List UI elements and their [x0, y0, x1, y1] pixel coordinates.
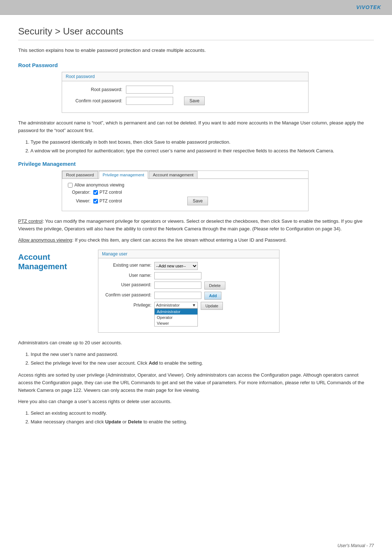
intro-text: This section explains how to enable pass…: [18, 47, 374, 54]
account-desc-list-item3: 1. Select an existing account to modify.: [25, 409, 374, 417]
account-desc-para2: Here you also can change a user’s access…: [18, 398, 374, 406]
anon-label: Allow anonymous viewing: [18, 237, 72, 243]
privilege-select-display[interactable]: Administrator ▼: [154, 302, 198, 308]
user-password-input-col: Delete: [154, 282, 274, 290]
privilege-heading: Privilege Management: [18, 161, 374, 167]
ptc-label: PTZ control: [18, 218, 42, 224]
user-name-label: User name:: [103, 272, 154, 278]
user-name-row: User name:: [103, 272, 274, 279]
viewer-ptz-checkbox[interactable]: [93, 199, 98, 204]
user-name-input[interactable]: [154, 272, 201, 279]
root-save-button[interactable]: Save: [184, 97, 205, 105]
root-desc-list: 1. Type the password identically in both…: [25, 138, 374, 155]
privilege-panel: Root password Privilege management Accou…: [62, 171, 309, 211]
add-button[interactable]: Add: [204, 292, 221, 300]
viewer-ptz-label: PTZ control: [99, 198, 122, 204]
account-desc-line1: Administrators can create up to 20 user …: [18, 339, 374, 347]
tab-account-management[interactable]: Account management: [149, 171, 197, 178]
privilege-description: PTZ control: You can modify the manageme…: [18, 218, 374, 244]
privilege-option-operator[interactable]: Operator: [155, 315, 197, 320]
page-title: Security > User accounts: [18, 26, 374, 40]
root-password-input[interactable]: [126, 86, 173, 94]
confirm-user-password-input-col: Add: [154, 292, 274, 300]
footer: User's Manual - 77: [338, 543, 374, 548]
privilege-select-row: Administrator ▼: [154, 302, 198, 308]
root-password-label: Root password:: [68, 87, 126, 92]
anon-para2: : If you check this item, any client can…: [72, 237, 287, 243]
manage-panel-title: Manage user: [98, 250, 279, 258]
operator-label: Operator:: [68, 190, 93, 195]
root-password-panel: Root password Root password: Confirm roo…: [62, 72, 309, 113]
root-desc-para1: The administrator account name is “root”…: [18, 119, 374, 135]
privilege-option-administrator[interactable]: Administrator: [155, 309, 197, 315]
root-password-row: Root password:: [68, 86, 302, 94]
delete-button[interactable]: Delete: [204, 282, 225, 290]
existing-user-select[interactable]: --Add new user--: [154, 262, 198, 270]
account-desc-para1: Access rights are sorted by user privile…: [18, 372, 374, 394]
privilege-label: Privilege:: [103, 302, 154, 308]
confirm-user-password-label: Confirm user password:: [103, 292, 154, 297]
account-desc-list-item4: 2. Make necessary changes and click Upda…: [25, 418, 374, 426]
root-password-heading: Root Password: [18, 62, 374, 68]
privilege-save-button[interactable]: Save: [187, 197, 208, 205]
viewer-label: Viewer:: [68, 198, 93, 204]
user-password-row: User password: Delete: [103, 282, 274, 290]
main-content: Security > User accounts This section ex…: [0, 15, 392, 446]
privilege-dropdown-area: Administrator ▼ Administrator Operator V…: [154, 302, 198, 327]
header-bar: VIVOTEK: [0, 0, 392, 15]
account-desc-list2: 1. Select an existing account to modify.…: [25, 409, 374, 426]
user-password-input[interactable]: [154, 282, 201, 289]
manage-user-panel: Manage user Existing user name: --Add ne…: [98, 250, 279, 333]
account-management-section: Account Management Manage user Existing …: [18, 250, 374, 333]
privilege-dropdown-arrow: ▼: [192, 303, 196, 307]
confirm-password-input[interactable]: [126, 97, 173, 105]
existing-user-row: Existing user name: --Add new user--: [103, 262, 274, 270]
operator-checkbox-group: PTZ control: [93, 190, 122, 195]
privilege-select-value: Administrator: [156, 303, 180, 307]
manage-body: Existing user name: --Add new user-- Use…: [98, 258, 279, 332]
ptc-desc: PTZ control: You can modify the manageme…: [18, 218, 374, 233]
tab-privilege-management[interactable]: Privilege management: [99, 171, 148, 179]
confirm-user-password-input[interactable]: [154, 292, 201, 299]
viewer-row: Viewer: PTZ control Save: [68, 197, 302, 205]
operator-ptz-checkbox[interactable]: [93, 190, 98, 195]
root-desc-list1: 1. Type the password identically in both…: [25, 138, 374, 146]
account-management-heading: Account Management: [18, 250, 98, 271]
user-password-label: User password:: [103, 282, 154, 287]
root-desc-list2: 2. A window will be prompted for authent…: [25, 147, 374, 155]
operator-row: Operator: PTZ control: [68, 190, 302, 195]
account-description: Administrators can create up to 20 user …: [18, 339, 374, 426]
root-password-panel-body: Root password: Confirm root password: Sa…: [62, 81, 308, 112]
privilege-tabs-row: Root password Privilege management Accou…: [62, 171, 308, 179]
footer-text: User's Manual - 77: [338, 543, 374, 548]
privilege-option-viewer[interactable]: Viewer: [155, 320, 197, 326]
viewer-checkbox-group: PTZ control: [93, 198, 122, 204]
allow-anonymous-checkbox[interactable]: [68, 183, 73, 188]
account-desc-list-item2: 2. Select the privilege level for the ne…: [25, 359, 374, 367]
operator-ptz-label: PTZ control: [99, 190, 122, 195]
existing-user-input-col: --Add new user--: [154, 262, 274, 270]
existing-user-label: Existing user name:: [103, 262, 154, 268]
account-desc-list-item1: 1. Input the new user’s name and passwor…: [25, 350, 374, 358]
root-password-description: The administrator account name is “root”…: [18, 119, 374, 155]
root-password-panel-title: Root password: [62, 72, 308, 81]
confirm-user-password-row: Confirm user password: Add: [103, 292, 274, 300]
page: VIVOTEK Security > User accounts This se…: [0, 0, 392, 554]
allow-anonymous-label: Allow anonymous viewing: [74, 182, 124, 188]
allow-anonymous-row: Allow anonymous viewing: [68, 182, 302, 188]
confirm-password-row: Confirm root password: Save: [68, 97, 302, 105]
user-name-input-col: [154, 272, 274, 279]
update-button[interactable]: Update: [201, 302, 223, 310]
privilege-panel-body: Allow anonymous viewing Operator: PTZ co…: [62, 179, 308, 211]
confirm-password-label: Confirm root password:: [68, 98, 126, 103]
anon-desc: Allow anonymous viewing: If you check th…: [18, 237, 374, 244]
account-desc-list1: 1. Input the new user’s name and passwor…: [25, 350, 374, 367]
privilege-row: Privilege: Administrator ▼: [103, 302, 274, 327]
privilege-input-col: Administrator ▼ Administrator Operator V…: [154, 302, 274, 327]
tab-root-password[interactable]: Root password: [62, 171, 98, 178]
privilege-dropdown-menu: Administrator Operator Viewer: [154, 308, 198, 327]
ptc-para1: : You can modify the management privileg…: [18, 218, 363, 231]
brand-label: VIVOTEK: [356, 4, 381, 10]
